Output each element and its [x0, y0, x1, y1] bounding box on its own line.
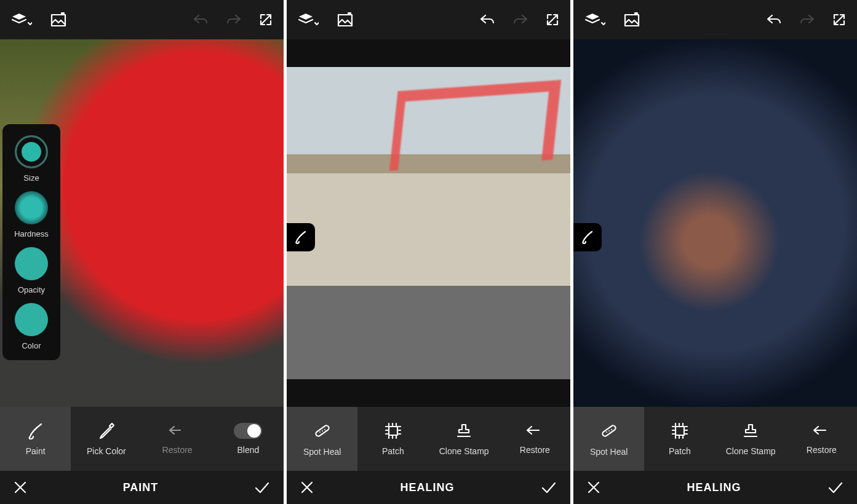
redo-icon[interactable] — [226, 13, 242, 26]
spot-heal-tool[interactable]: Spot Heal — [287, 407, 357, 471]
brush-badge[interactable] — [287, 223, 315, 251]
clone-stamp-tool[interactable]: Clone Stamp — [429, 407, 500, 471]
restore-tool-label: Restore — [520, 445, 550, 455]
undo-icon[interactable] — [479, 13, 495, 26]
bottom-tool-row: Spot Heal Patch Clone Stamp Restore — [287, 407, 570, 471]
blend-tool-label: Blend — [237, 445, 259, 455]
svg-point-5 — [319, 431, 321, 433]
stamp-icon — [455, 422, 473, 440]
top-toolbar — [287, 0, 570, 39]
patch-icon — [671, 422, 689, 440]
brush-opacity-swatch-icon — [15, 247, 48, 280]
patch-tool-label: Patch — [382, 446, 404, 456]
fullscreen-icon[interactable] — [546, 13, 559, 26]
restore-tool-label: Restore — [162, 445, 193, 455]
mode-footer: HEALING — [573, 471, 857, 504]
spot-heal-tool[interactable]: Spot Heal — [573, 407, 644, 471]
bottom-tool-row: Paint Pick Color Restore Blend — [0, 407, 284, 471]
blend-toggle-icon — [234, 423, 262, 439]
spot-heal-tool-label: Spot Heal — [303, 447, 341, 457]
top-toolbar — [573, 0, 857, 39]
pick-color-tool[interactable]: Pick Color — [71, 407, 142, 471]
top-toolbar — [0, 0, 284, 39]
image-icon[interactable] — [624, 12, 642, 27]
brush-opacity-label: Opacity — [18, 285, 45, 294]
patch-icon — [384, 422, 402, 440]
brush-size-swatch-icon — [15, 135, 48, 168]
image-icon[interactable] — [337, 12, 356, 27]
brush-options-panel: Size Hardness Opacity Color — [2, 124, 60, 360]
editor-panel-healing-1: Spot Heal Patch Clone Stamp Restore HEAL… — [287, 0, 570, 504]
svg-rect-2 — [338, 15, 352, 26]
svg-point-6 — [322, 430, 323, 431]
brush-color-label: Color — [22, 341, 41, 350]
layers-icon[interactable] — [584, 12, 605, 28]
brush-size-label: Size — [23, 173, 39, 183]
clone-stamp-tool-label: Clone Stamp — [439, 446, 489, 456]
fullscreen-icon[interactable] — [259, 13, 273, 26]
restore-tool-label: Restore — [807, 445, 837, 455]
cancel-button[interactable] — [300, 481, 314, 494]
layers-icon[interactable] — [298, 12, 319, 28]
undo-icon[interactable] — [193, 13, 209, 26]
confirm-button[interactable] — [254, 481, 270, 494]
svg-rect-15 — [676, 427, 684, 435]
bandage-icon — [599, 421, 619, 441]
restore-tool[interactable]: Restore — [786, 407, 857, 471]
restore-icon — [168, 423, 186, 439]
redo-icon[interactable] — [512, 13, 528, 26]
brush-color-option[interactable]: Color — [15, 303, 48, 350]
pick-color-tool-label: Pick Color — [87, 446, 126, 456]
mode-title: HEALING — [687, 481, 741, 494]
svg-point-7 — [324, 429, 325, 430]
restore-tool[interactable]: Restore — [142, 407, 213, 471]
svg-rect-8 — [389, 427, 397, 435]
cancel-button[interactable] — [14, 481, 27, 494]
photo-placeholder — [287, 67, 570, 379]
brush-badge[interactable] — [573, 223, 602, 251]
svg-rect-9 — [625, 15, 639, 26]
brush-hardness-swatch-icon — [15, 191, 48, 224]
svg-point-13 — [608, 430, 610, 431]
photo-placeholder — [573, 39, 857, 407]
editor-panel-healing-2: Spot Heal Patch Clone Stamp Restore HEAL… — [573, 0, 857, 504]
canvas[interactable]: Size Hardness Opacity Color — [0, 39, 284, 407]
brush-hardness-label: Hardness — [14, 229, 49, 238]
paint-tool[interactable]: Paint — [0, 407, 71, 471]
blend-tool[interactable]: Blend — [213, 407, 284, 471]
restore-tool[interactable]: Restore — [500, 407, 570, 471]
bandage-icon — [313, 421, 332, 441]
brush-color-swatch-icon — [15, 303, 48, 336]
patch-tool[interactable]: Patch — [644, 407, 715, 471]
redo-icon[interactable] — [799, 13, 815, 26]
patch-tool-label: Patch — [669, 446, 691, 456]
patch-tool[interactable]: Patch — [357, 407, 428, 471]
canvas[interactable] — [287, 39, 570, 407]
cancel-button[interactable] — [587, 481, 600, 494]
canvas[interactable] — [573, 39, 857, 407]
mode-footer: PAINT — [0, 471, 284, 504]
bottom-tool-row: Spot Heal Patch Clone Stamp Restore — [573, 407, 857, 471]
image-icon[interactable] — [50, 12, 69, 27]
brush-size-option[interactable]: Size — [15, 135, 48, 183]
spot-heal-tool-label: Spot Heal — [590, 447, 628, 457]
confirm-button[interactable] — [541, 481, 557, 494]
svg-rect-0 — [52, 15, 65, 26]
eyedropper-icon — [97, 422, 116, 440]
layers-icon[interactable] — [11, 12, 32, 28]
stamp-icon — [741, 422, 760, 440]
svg-point-12 — [606, 431, 607, 433]
clone-stamp-tool[interactable]: Clone Stamp — [715, 407, 786, 471]
brush-icon — [26, 422, 45, 440]
mode-title: PAINT — [123, 481, 159, 494]
brush-opacity-option[interactable]: Opacity — [15, 247, 48, 294]
mode-footer: HEALING — [287, 471, 570, 504]
clone-stamp-tool-label: Clone Stamp — [726, 446, 776, 456]
paint-tool-label: Paint — [26, 446, 46, 456]
svg-point-14 — [611, 429, 612, 430]
restore-icon — [525, 423, 544, 439]
undo-icon[interactable] — [766, 13, 782, 26]
brush-hardness-option[interactable]: Hardness — [14, 191, 49, 238]
confirm-button[interactable] — [827, 481, 843, 494]
fullscreen-icon[interactable] — [832, 13, 846, 26]
